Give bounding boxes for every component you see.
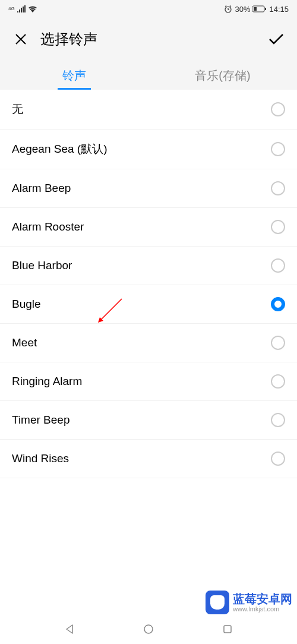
radio-indicator — [271, 413, 285, 427]
nav-bar — [0, 614, 297, 644]
tab-music-storage[interactable]: 音乐(存储) — [148, 68, 297, 90]
ringtone-item[interactable]: Ringing Alarm — [0, 362, 297, 401]
ringtone-item[interactable]: Alarm Rooster — [0, 208, 297, 247]
tab-label: 铃声 — [62, 69, 86, 82]
radio-indicator — [271, 142, 285, 156]
nav-back[interactable] — [62, 622, 77, 636]
confirm-button[interactable] — [267, 30, 285, 48]
clock-time: 14:15 — [269, 5, 289, 14]
svg-rect-2 — [254, 7, 257, 11]
ringtone-label: Ringing Alarm — [12, 375, 82, 388]
status-right: 30% 14:15 — [224, 5, 289, 14]
status-bar: 4G 30% 14:15 — [0, 0, 297, 18]
check-icon — [268, 33, 285, 46]
wifi-icon — [28, 5, 37, 12]
ringtone-item[interactable]: Wind Rises — [0, 440, 297, 478]
ringtone-item[interactable]: 无 — [0, 90, 297, 130]
svg-point-6 — [144, 625, 153, 633]
radio-indicator — [271, 258, 285, 273]
svg-rect-3 — [265, 8, 266, 10]
tab-label: 音乐(存储) — [195, 69, 250, 82]
battery-percent: 30% — [235, 5, 250, 14]
ringtone-label: Aegean Sea (默认) — [12, 141, 108, 157]
status-left: 4G — [8, 5, 37, 12]
watermark-icon — [206, 591, 229, 614]
ringtone-label: Bugle — [12, 298, 41, 311]
radio-indicator — [271, 374, 285, 389]
signal-icon — [17, 5, 26, 12]
watermark-main: 蓝莓安卓网 — [233, 592, 292, 605]
ringtone-list: 无Aegean Sea (默认)Alarm BeepAlarm RoosterB… — [0, 90, 297, 478]
ringtone-item[interactable]: Timer Beep — [0, 401, 297, 440]
tab-ringtone[interactable]: 铃声 — [0, 68, 148, 90]
triangle-back-icon — [64, 624, 75, 634]
radio-indicator — [271, 297, 285, 311]
ringtone-label: Blue Harbor — [12, 259, 72, 272]
radio-indicator — [271, 181, 285, 195]
tabs: 铃声 音乐(存储) — [0, 59, 297, 90]
alarm-icon — [224, 5, 232, 13]
network-type: 4G — [8, 7, 15, 11]
watermark-text: 蓝莓安卓网 www.lmkjst.com — [233, 592, 292, 613]
ringtone-label: Alarm Rooster — [12, 220, 84, 233]
radio-indicator — [271, 336, 285, 350]
header: 选择铃声 — [0, 18, 297, 59]
ringtone-label: Timer Beep — [12, 413, 70, 427]
watermark: 蓝莓安卓网 www.lmkjst.com — [206, 591, 292, 614]
square-recent-icon — [223, 624, 232, 634]
close-button[interactable] — [12, 30, 30, 48]
circle-home-icon — [143, 624, 154, 634]
ringtone-label: Wind Rises — [12, 452, 69, 465]
nav-home[interactable] — [141, 622, 156, 636]
watermark-sub: www.lmkjst.com — [233, 605, 292, 613]
page-title: 选择铃声 — [40, 30, 257, 49]
battery-icon — [252, 5, 267, 12]
ringtone-label: 无 — [12, 102, 23, 117]
ringtone-item[interactable]: Aegean Sea (默认) — [0, 130, 297, 169]
ringtone-item[interactable]: Bugle — [0, 285, 297, 324]
ringtone-item[interactable]: Blue Harbor — [0, 247, 297, 285]
radio-indicator — [271, 452, 285, 466]
radio-indicator — [271, 220, 285, 234]
ringtone-label: Alarm Beep — [12, 182, 71, 195]
close-icon — [14, 32, 28, 46]
ringtone-item[interactable]: Alarm Beep — [0, 169, 297, 208]
ringtone-label: Meet — [12, 336, 37, 349]
nav-recent[interactable] — [220, 622, 235, 636]
svg-rect-7 — [224, 626, 231, 633]
radio-indicator — [271, 102, 285, 116]
ringtone-item[interactable]: Meet — [0, 324, 297, 362]
